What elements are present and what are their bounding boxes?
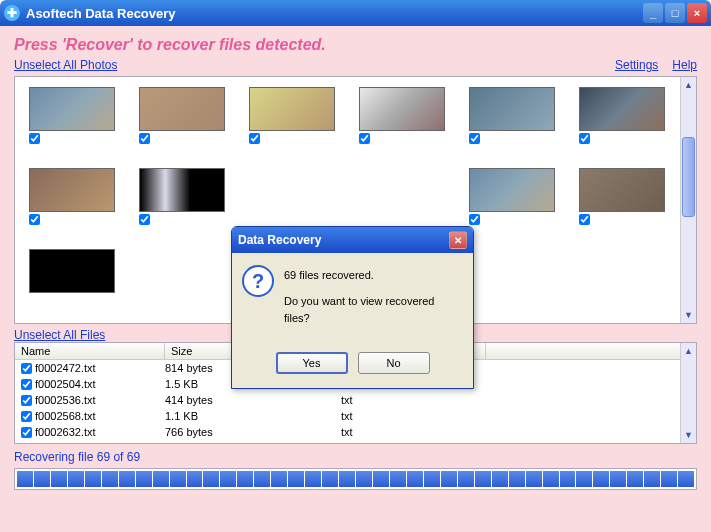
file-ext: txt <box>341 410 486 422</box>
scroll-down-icon[interactable]: ▼ <box>681 427 696 443</box>
table-row[interactable]: f0002568.txt1.1 KBtxt <box>15 408 696 424</box>
file-size: 766 bytes <box>165 426 341 438</box>
photo-item[interactable] <box>29 249 115 295</box>
dialog-close-button[interactable]: ✕ <box>449 231 467 249</box>
file-name: f0002472.txt <box>35 362 96 374</box>
unselect-all-files-link[interactable]: Unselect All Files <box>14 328 105 342</box>
dialog-title-text: Data Recovery <box>238 233 321 247</box>
file-checkbox[interactable] <box>21 363 32 374</box>
photo-item[interactable] <box>249 87 335 144</box>
photo-checkbox[interactable] <box>139 214 150 225</box>
instruction-text: Press 'Recover' to recover files detecte… <box>14 36 697 54</box>
progress-segment <box>153 471 169 487</box>
progress-segment <box>271 471 287 487</box>
scroll-down-icon[interactable]: ▼ <box>681 307 696 323</box>
photo-item[interactable] <box>139 87 225 144</box>
column-header-name[interactable]: Name <box>15 343 165 359</box>
window-close-button[interactable]: × <box>687 3 707 23</box>
progress-segment <box>526 471 542 487</box>
dialog-line2: Do you want to view recovered files? <box>284 293 463 328</box>
progress-segment <box>441 471 457 487</box>
photo-thumbnail <box>469 168 555 212</box>
progress-segment <box>187 471 203 487</box>
photo-checkbox[interactable] <box>29 133 40 144</box>
file-checkbox[interactable] <box>21 395 32 406</box>
dialog-text: 69 files recovered. Do you want to view … <box>284 265 463 336</box>
progress-segment <box>678 471 694 487</box>
photo-thumbnail <box>29 168 115 212</box>
file-checkbox[interactable] <box>21 379 32 390</box>
photo-checkbox[interactable] <box>29 214 40 225</box>
photo-checkbox[interactable] <box>139 133 150 144</box>
photo-checkbox[interactable] <box>249 133 260 144</box>
progress-segment <box>68 471 84 487</box>
photo-checkbox[interactable] <box>469 214 480 225</box>
photo-item[interactable] <box>359 87 445 144</box>
photo-item[interactable] <box>579 168 665 225</box>
photo-item[interactable] <box>469 87 555 144</box>
progress-segment <box>407 471 423 487</box>
photo-thumbnail <box>29 249 115 293</box>
progress-segment <box>543 471 559 487</box>
photo-item[interactable] <box>469 168 555 225</box>
progress-segment <box>390 471 406 487</box>
minimize-button[interactable]: _ <box>643 3 663 23</box>
progress-segment <box>34 471 50 487</box>
photo-checkbox[interactable] <box>469 133 480 144</box>
photo-thumbnail <box>579 87 665 131</box>
scrollbar-thumb[interactable] <box>682 137 695 217</box>
file-size: 414 bytes <box>165 394 341 406</box>
no-button[interactable]: No <box>358 352 430 374</box>
progress-segment <box>85 471 101 487</box>
progress-bar <box>14 468 697 490</box>
file-checkbox[interactable] <box>21 411 32 422</box>
file-scrollbar[interactable]: ▲ ▼ <box>680 343 696 443</box>
unselect-all-photos-link[interactable]: Unselect All Photos <box>14 58 117 72</box>
file-ext: txt <box>341 394 486 406</box>
recovery-dialog: Data Recovery ✕ ? 69 files recovered. Do… <box>231 226 474 389</box>
file-name: f0002536.txt <box>35 394 96 406</box>
scroll-up-icon[interactable]: ▲ <box>681 343 696 359</box>
progress-segment <box>424 471 440 487</box>
progress-segment <box>254 471 270 487</box>
help-link[interactable]: Help <box>672 58 697 72</box>
progress-segment <box>102 471 118 487</box>
file-checkbox[interactable] <box>21 427 32 438</box>
topbar-right: Settings Help <box>615 58 697 72</box>
progress-segment <box>661 471 677 487</box>
progress-segment <box>51 471 67 487</box>
photo-item[interactable] <box>579 87 665 144</box>
progress-segment <box>288 471 304 487</box>
photo-item[interactable] <box>29 87 115 144</box>
progress-segment <box>305 471 321 487</box>
progress-segment <box>627 471 643 487</box>
file-ext: txt <box>341 426 486 438</box>
photo-item[interactable] <box>139 168 225 225</box>
app-icon: ✚ <box>4 5 20 21</box>
table-row[interactable]: f0002536.txt414 bytestxt <box>15 392 696 408</box>
photo-checkbox[interactable] <box>579 214 590 225</box>
photo-checkbox[interactable] <box>579 133 590 144</box>
settings-link[interactable]: Settings <box>615 58 658 72</box>
progress-segment <box>492 471 508 487</box>
table-row[interactable]: f0002632.txt766 bytestxt <box>15 424 696 440</box>
question-icon: ? <box>242 265 274 297</box>
progress-segment <box>356 471 372 487</box>
dialog-titlebar: Data Recovery ✕ <box>232 227 473 253</box>
progress-segment <box>593 471 609 487</box>
status-text: Recovering file 69 of 69 <box>14 450 697 464</box>
dialog-line1: 69 files recovered. <box>284 267 463 285</box>
photo-item[interactable] <box>29 168 115 225</box>
photo-scrollbar[interactable]: ▲ ▼ <box>680 77 696 323</box>
yes-button[interactable]: Yes <box>276 352 348 374</box>
dialog-body: ? 69 files recovered. Do you want to vie… <box>232 253 473 388</box>
scroll-up-icon[interactable]: ▲ <box>681 77 696 93</box>
app-body: Press 'Recover' to recover files detecte… <box>0 26 711 532</box>
progress-segment <box>576 471 592 487</box>
photo-checkbox[interactable] <box>359 133 370 144</box>
maximize-button[interactable]: □ <box>665 3 685 23</box>
file-size: 1.1 KB <box>165 410 341 422</box>
dialog-buttons: Yes No <box>242 352 463 374</box>
progress-segment <box>237 471 253 487</box>
photo-thumbnail <box>249 87 335 131</box>
